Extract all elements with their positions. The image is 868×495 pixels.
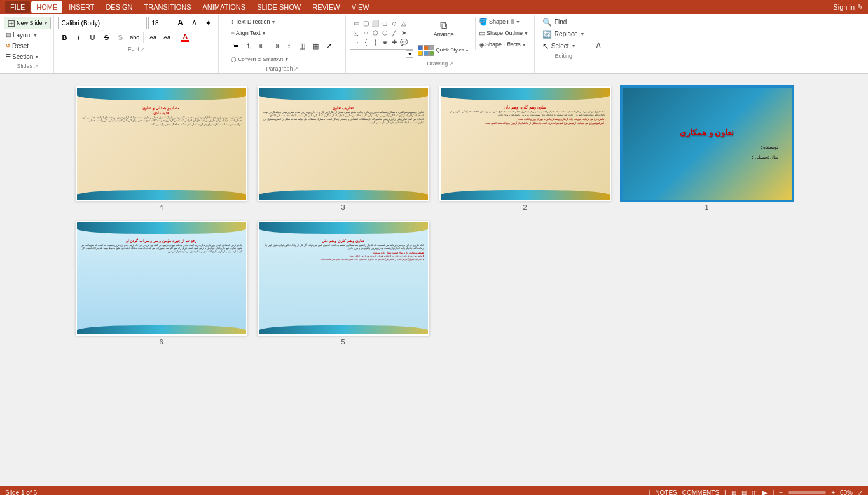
slide-2-wrapper[interactable]: تعاون و هم کاری و هم دلی امام علی(ع) در … xyxy=(439,86,611,211)
shape-square[interactable]: ◻ xyxy=(380,18,389,27)
convert-smartart-btn[interactable]: ⬡ Convert to SmartArt ▼ xyxy=(229,54,291,64)
shape-oval[interactable]: ○ xyxy=(361,28,370,37)
strikethrough-btn[interactable]: S xyxy=(100,31,113,44)
ribbon-collapse-btn[interactable]: ∧ xyxy=(593,15,604,73)
menu-item-file[interactable]: FILE xyxy=(5,1,30,13)
shape-right-tri[interactable]: ◺ xyxy=(352,28,361,37)
menu-item-view[interactable]: VIEW xyxy=(347,1,375,13)
slide-1-wrapper[interactable]: تعاون و همکاری نویسنده : سال تحصیلی : 1 xyxy=(621,86,793,211)
shape-bracket[interactable]: { xyxy=(361,37,370,46)
text-direction-btn[interactable]: ↕ Text Direction ▼ xyxy=(229,17,277,27)
shape-snip-rect[interactable]: ⬜ xyxy=(371,18,380,27)
new-slide-icon: ⊞ xyxy=(7,17,15,29)
select-icon: ↖ xyxy=(542,42,549,51)
shape-double-arrow[interactable]: ↔ xyxy=(352,37,361,46)
slide-3[interactable]: تعاریف تعاون تعاون درمفهوم عام اشاره به … xyxy=(258,86,429,201)
shape-outline-btn[interactable]: ▭ Shape Outline ▼ xyxy=(477,28,530,38)
col-spacing-btn[interactable]: ↕ xyxy=(282,39,295,52)
reset-btn[interactable]: ↺ Reset xyxy=(4,41,51,51)
menu-item-review[interactable]: REVIEW xyxy=(307,1,345,13)
view-slide-sorter-btn[interactable]: ⊟ xyxy=(741,489,747,496)
quick-styles-btn[interactable]: Quick Styles ▼ xyxy=(415,41,471,59)
zoom-slider[interactable] xyxy=(788,491,826,494)
select-btn[interactable]: ↖ Select ▼ xyxy=(539,41,589,51)
shape-triangle[interactable]: △ xyxy=(399,18,408,27)
editing-group-label: Editing xyxy=(555,53,572,60)
increase-indent-btn[interactable]: ⇥ xyxy=(269,39,282,52)
shape-wave[interactable]: 〜 xyxy=(361,47,370,50)
shapes-expand-btn[interactable]: ▼ xyxy=(406,50,413,58)
shape-callout[interactable]: 💬 xyxy=(399,37,408,46)
view-slideshow-btn[interactable]: ▶ xyxy=(762,489,768,496)
shape-cloud[interactable]: ☁ xyxy=(352,47,361,50)
slide-4[interactable]: مصادیق همدلی و تعاون هدیه دادن هدیه دادن… xyxy=(76,86,247,201)
fit-window-btn[interactable]: ⤢ xyxy=(858,489,863,496)
find-icon: 🔍 xyxy=(542,18,552,27)
sign-in-button[interactable]: Sign in ✎ xyxy=(833,3,863,11)
shape-rect[interactable]: ▭ xyxy=(352,18,361,27)
shape-cross[interactable]: ✚ xyxy=(390,37,399,46)
paragraph-ribbon-group: ↕ Text Direction ▼ ≡ Align Text ▼ ≔ ⒈ ⇤ … xyxy=(219,15,346,73)
view-normal-btn[interactable]: ⊞ xyxy=(731,489,736,496)
drawing-group-label: Drawing ↗ xyxy=(427,60,453,68)
new-slide-btn[interactable]: ⊞ New Slide ▼ xyxy=(4,17,51,29)
underline-btn[interactable]: U xyxy=(86,31,99,44)
layout-btn[interactable]: ▤ Layout ▼ xyxy=(4,30,51,40)
font-size-input[interactable] xyxy=(148,17,172,29)
slide-6[interactable]: رفع غم از چهره مؤمن و سر و سراب گردن او … xyxy=(76,221,247,336)
slide-2[interactable]: تعاون و هم کاری و هم دلی امام علی(ع) در … xyxy=(439,86,611,201)
slide-3-wrapper[interactable]: تعاریف تعاون تعاون درمفهوم عام اشاره به … xyxy=(258,86,429,211)
slide-5-wrapper[interactable]: تعاون و هم کاری و هم دلی امام علی(ع) در … xyxy=(258,221,429,346)
slide-5[interactable]: تعاون و هم کاری و هم دلی امام علی(ع) در … xyxy=(258,221,429,336)
zoom-in-btn[interactable]: + xyxy=(831,489,835,496)
slide-4-wrapper[interactable]: مصادیق همدلی و تعاون هدیه دادن هدیه دادن… xyxy=(76,86,247,211)
shadow-btn[interactable]: S xyxy=(114,31,127,44)
arrange-btn[interactable]: ⧉ Arrange xyxy=(431,17,457,41)
menu-item-transitions[interactable]: TRANSITIONS xyxy=(139,1,196,13)
shape-line[interactable]: ╱ xyxy=(390,28,399,37)
clear-format-btn[interactable]: ✦ xyxy=(202,17,214,29)
shapes-gallery: ▭ ▢ ⬜ ◻ ◇ △ ◺ ○ ⬠ ⬡ ╱ ➤ ↔ { } xyxy=(350,17,413,50)
bold-btn[interactable]: B xyxy=(58,31,71,44)
shape-effects-btn[interactable]: ◈ Shape Effects ▼ xyxy=(477,39,530,50)
font-color-btn[interactable]: A xyxy=(179,31,191,44)
menu-item-insert[interactable]: INSERT xyxy=(64,1,99,13)
shape-hex[interactable]: ⬡ xyxy=(380,28,389,37)
comments-btn[interactable]: COMMENTS xyxy=(682,489,719,496)
notes-btn[interactable]: NOTES xyxy=(655,489,677,496)
increase-font-btn[interactable]: A xyxy=(174,17,186,29)
columns-btn[interactable]: ▦ xyxy=(309,39,322,52)
decrease-indent-btn[interactable]: ⇤ xyxy=(256,39,268,52)
para-align-left-btn[interactable]: ◫ xyxy=(296,39,308,52)
shape-brace[interactable]: } xyxy=(371,37,380,46)
menu-item-design[interactable]: DESIGN xyxy=(100,1,137,13)
menu-item-animations[interactable]: ANIMATIONS xyxy=(198,1,251,13)
menu-item-slideshow[interactable]: SLIDE SHOW xyxy=(252,1,306,13)
shape-rounded-rect[interactable]: ▢ xyxy=(361,18,370,27)
zoom-out-btn[interactable]: − xyxy=(779,489,783,496)
section-btn[interactable]: ☰ Section ▼ xyxy=(4,51,51,62)
slide-1[interactable]: تعاون و همکاری نویسنده : سال تحصیلی : xyxy=(621,86,793,201)
shape-star[interactable]: ★ xyxy=(380,37,389,46)
shape-fill-btn[interactable]: 🪣 Shape Fill ▼ xyxy=(477,17,530,27)
shape-pentagon[interactable]: ⬠ xyxy=(371,28,380,37)
aa-btn[interactable]: abc xyxy=(128,31,141,44)
menu-item-home[interactable]: HOME xyxy=(31,1,62,13)
fontsize-btn[interactable]: Aa xyxy=(160,31,173,44)
drawing-ribbon-group: ▭ ▢ ⬜ ◻ ◇ △ ◺ ○ ⬠ ⬡ ╱ ➤ ↔ { } xyxy=(346,15,534,73)
view-reading-btn[interactable]: ◫ xyxy=(752,489,757,496)
shape-arrow[interactable]: ➤ xyxy=(399,28,408,37)
find-btn[interactable]: 🔍 Find xyxy=(539,17,589,27)
bullets-btn[interactable]: ≔ xyxy=(229,39,242,52)
numbering-btn[interactable]: ⒈ xyxy=(242,39,255,52)
slide-6-wrapper[interactable]: رفع غم از چهره مؤمن و سر و سراب گردن او … xyxy=(76,221,247,346)
font-name-input[interactable] xyxy=(58,17,147,29)
replace-btn[interactable]: 🔄 Replace ▼ xyxy=(539,29,589,39)
aa-format-btn[interactable]: Aa xyxy=(146,31,159,44)
para-expand-btn[interactable]: ↗ xyxy=(322,39,335,52)
italic-btn[interactable]: I xyxy=(72,31,85,44)
shape-diamond[interactable]: ◇ xyxy=(390,18,399,27)
align-text-btn[interactable]: ≡ Align Text ▼ xyxy=(229,28,268,38)
decrease-font-btn[interactable]: A xyxy=(188,17,200,29)
zoom-level: 60% xyxy=(840,489,853,496)
